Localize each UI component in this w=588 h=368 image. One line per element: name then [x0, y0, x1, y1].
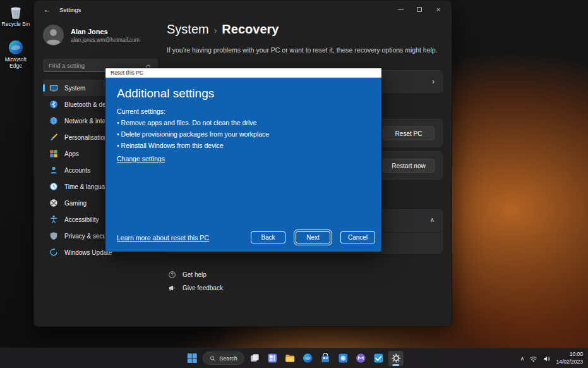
file-explorer-icon: [284, 353, 295, 364]
task-view-icon: [249, 353, 260, 364]
settings-taskbar-button[interactable]: [388, 351, 404, 366]
minimize-button[interactable]: [391, 1, 410, 18]
clock-icon: [49, 182, 58, 191]
wifi-icon[interactable]: [529, 354, 537, 362]
learn-more-link[interactable]: Learn more about reset this PC: [117, 234, 209, 242]
system-tray: ∧ 10:00 14/02/2023: [520, 348, 583, 368]
dialog-footer: Learn more about reset this PC Back Next…: [117, 231, 375, 243]
cancel-dialog-button[interactable]: Cancel: [340, 231, 375, 243]
back-dialog-button[interactable]: Back: [251, 231, 285, 243]
edge-icon: [302, 353, 313, 364]
dialog-titlebar: Reset this PC: [105, 68, 381, 78]
photos-icon: [337, 353, 348, 364]
setting-bullet: Remove apps and files. Do not clean the …: [117, 119, 370, 126]
windows-logo-icon: [187, 353, 198, 364]
reset-pc-dialog: Reset this PC Additional settings Curren…: [105, 68, 382, 252]
window-controls: ×: [391, 1, 448, 18]
widgets-icon: [267, 353, 277, 364]
accessibility-icon: [49, 215, 58, 224]
sidebar-item-label: Gaming: [64, 200, 87, 207]
window-titlebar: ← Settings ×: [34, 1, 452, 18]
sidebar-item-label: Apps: [64, 150, 79, 157]
breadcrumb-separator-icon: ›: [214, 25, 217, 35]
change-settings-link[interactable]: Change settings: [117, 155, 165, 163]
apps-grid-icon: [49, 149, 58, 158]
person-icon: [49, 166, 58, 175]
volume-icon[interactable]: [543, 354, 551, 362]
update-arrows-icon: [49, 248, 58, 257]
maximize-button[interactable]: [410, 1, 429, 18]
sidebar-item-label: System: [64, 85, 85, 92]
page-description: If you're having problems with your PC o…: [167, 46, 438, 54]
sidebar-item-label: Personalisation: [64, 134, 107, 141]
desktop-icon-label: Microsoft Edge: [0, 57, 32, 70]
avatar: [43, 25, 64, 46]
breadcrumb-system[interactable]: System: [167, 22, 209, 37]
chevron-right-icon: ›: [432, 77, 435, 86]
user-profile[interactable]: Alan Jones alan.jones.wm@hotmail.com: [43, 25, 159, 46]
give-feedback-link[interactable]: Give feedback: [168, 284, 223, 292]
hidden-icons-chevron[interactable]: ∧: [520, 355, 525, 362]
store-button[interactable]: [318, 351, 333, 366]
edge-icon: [8, 39, 24, 56]
store-icon: [320, 353, 330, 364]
breadcrumb: System › Recovery: [167, 22, 279, 37]
profile-name: Alan Jones: [71, 28, 140, 35]
xbox-icon: [49, 199, 58, 207]
current-settings-label: Current settings:: [117, 107, 370, 115]
get-help-link[interactable]: Get help: [168, 271, 207, 279]
window-title: Settings: [59, 6, 81, 13]
sidebar-item-label: Accessibility: [64, 216, 99, 223]
task-view-button[interactable]: [247, 351, 262, 366]
page-title: Recovery: [222, 22, 279, 37]
paintbrush-icon: [49, 133, 58, 142]
setting-bullet: Delete provisioning packages from your w…: [117, 130, 370, 138]
gear-icon: [390, 353, 401, 364]
help-icon: [168, 271, 176, 279]
setting-bullet: Reinstall Windows from this device: [117, 142, 370, 149]
get-help-label: Get help: [183, 271, 207, 278]
profile-email: alan.jones.wm@hotmail.com: [71, 37, 140, 43]
widgets-button[interactable]: [265, 351, 280, 366]
bluetooth-icon: [49, 100, 58, 109]
start-button[interactable]: [184, 351, 200, 366]
feedback-icon: [168, 284, 176, 292]
give-feedback-label: Give feedback: [183, 285, 223, 291]
desktop-icon-label: Recycle Bin: [0, 21, 32, 28]
globe-icon: [49, 116, 58, 125]
taskbar-search[interactable]: Search: [202, 352, 244, 365]
back-button[interactable]: ←: [39, 5, 56, 14]
close-button[interactable]: ×: [429, 1, 448, 18]
shield-icon: [49, 231, 58, 240]
maximize-icon: [417, 7, 422, 12]
todo-app-button[interactable]: [371, 351, 386, 366]
edge-button[interactable]: [300, 351, 315, 366]
mail-button[interactable]: [353, 351, 368, 366]
photos-button[interactable]: [335, 351, 351, 366]
clock-date: 14/02/2023: [556, 359, 583, 365]
taskbar: Search ∧: [0, 348, 588, 368]
clock-time: 10:00: [556, 351, 583, 358]
reset-pc-button[interactable]: Reset PC: [383, 126, 435, 140]
sidebar-item-label: Accounts: [64, 167, 90, 174]
taskbar-search-label: Search: [219, 355, 237, 362]
desktop-icon-recycle-bin[interactable]: Recycle Bin: [0, 4, 32, 28]
taskbar-clock[interactable]: 10:00 14/02/2023: [556, 351, 583, 365]
dialog-body: Additional settings Current settings: Re…: [105, 78, 381, 252]
minimize-icon: [398, 9, 404, 10]
recycle-bin-icon: [8, 4, 24, 20]
restart-now-button[interactable]: Restart now: [383, 159, 435, 173]
file-explorer-button[interactable]: [282, 351, 297, 366]
system-icon: [49, 83, 58, 92]
open-app-indicator: [392, 364, 399, 366]
chevron-up-icon: ∧: [430, 216, 435, 223]
search-icon: [209, 355, 215, 362]
mail-icon: [355, 353, 366, 364]
taskbar-center: Search: [184, 348, 404, 368]
checkmark-app-icon: [373, 353, 383, 364]
next-dialog-button[interactable]: Next: [296, 231, 330, 243]
dialog-heading: Additional settings: [117, 87, 370, 101]
desktop-icon-edge[interactable]: Microsoft Edge: [0, 39, 32, 70]
